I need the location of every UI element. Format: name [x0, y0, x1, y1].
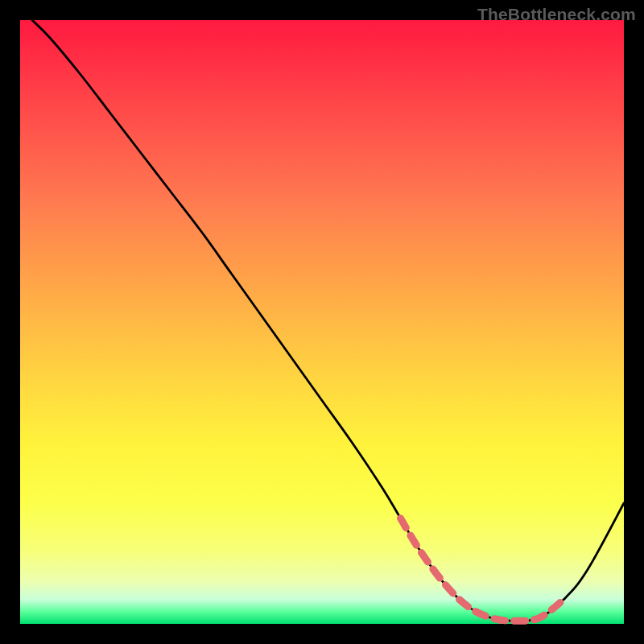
curve-layer [20, 20, 624, 624]
optimal-range-highlight [401, 518, 564, 621]
watermark-text: TheBottleneck.com [477, 5, 636, 24]
gradient-plot-area [20, 20, 624, 624]
chart-frame: { "watermark": "TheBottleneck.com", "cha… [0, 0, 644, 644]
bottleneck-curve [32, 20, 624, 621]
